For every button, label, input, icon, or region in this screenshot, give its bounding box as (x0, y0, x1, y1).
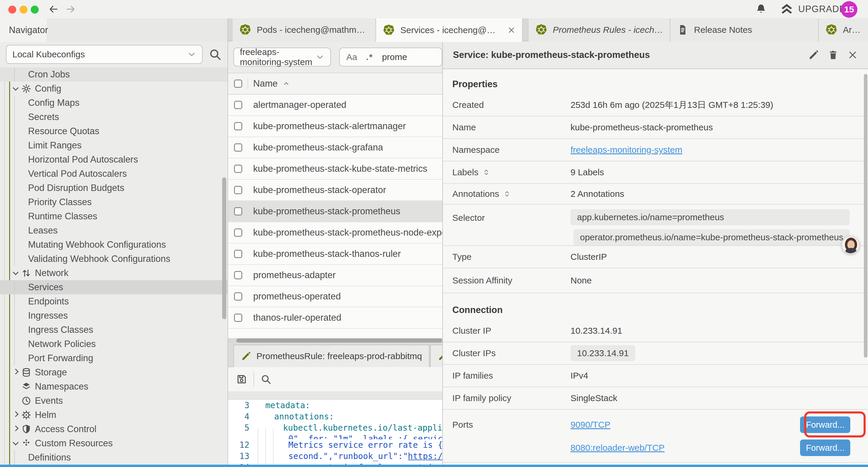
horizontal-scrollbar-thumb[interactable] (236, 339, 442, 343)
sidebar-tree-item[interactable]: Cron Jobs (0, 67, 227, 82)
back-arrow-icon[interactable] (48, 4, 59, 15)
sidebar-tree-item[interactable]: Priority Classes (0, 195, 227, 209)
search-icon[interactable] (260, 373, 272, 385)
tree-chevron-icon[interactable] (13, 439, 19, 445)
navigator-panel-tab[interactable]: Navigator (0, 18, 47, 42)
forward-arrow-icon[interactable] (65, 4, 76, 15)
table-row[interactable]: kube-prometheus-stack-prometheus-node-ex… (228, 222, 442, 243)
tree-chevron-icon[interactable] (13, 369, 19, 375)
sidebar-tree-item[interactable]: Ingress Classes (0, 323, 227, 337)
notifications-bell-icon[interactable] (755, 3, 767, 15)
close-tab-icon[interactable] (507, 26, 516, 34)
minimize-window-button[interactable] (20, 6, 28, 13)
row-checkbox[interactable] (234, 165, 242, 173)
match-case-toggle[interactable]: Aa (346, 52, 357, 62)
sidebar-tree-item[interactable]: Storage (0, 365, 227, 380)
namespace-link[interactable]: freeleaps-monitoring-system (570, 145, 682, 155)
editor-tab-prometheusrule[interactable]: PrometheusRule: freeleaps-prod-rabbitmq (234, 345, 430, 367)
sidebar-tree-item[interactable]: Pod Disruption Budgets (0, 181, 227, 195)
runbook-url-link[interactable]: https://net (408, 451, 442, 461)
yaml-editor[interactable]: 3metadata: 4annotations: 5kubectl.kubern… (228, 400, 442, 465)
row-checkbox[interactable] (234, 250, 242, 258)
sidebar-tree-item[interactable]: Resource Quotas (0, 124, 227, 138)
sidebar-tree-item[interactable]: Custom Resources (0, 436, 227, 450)
row-checkbox[interactable] (234, 186, 242, 194)
edit-icon[interactable] (808, 50, 819, 60)
sidebar-tree-item[interactable]: Port Forwarding (0, 351, 227, 365)
sidebar-tree-item[interactable]: Ingresses (0, 309, 227, 323)
sidebar-tree-item[interactable]: Leases (0, 224, 227, 238)
sidebar-tree-item[interactable]: Access Control (0, 422, 227, 436)
tab-release-notes[interactable]: Release Notes (670, 18, 818, 41)
assistant-avatar[interactable] (841, 236, 860, 254)
regex-toggle[interactable]: .* (366, 52, 373, 62)
expand-collapse-icon[interactable] (503, 190, 511, 198)
sidebar-tree-item[interactable]: Horizontal Pod Autoscalers (0, 152, 227, 167)
row-checkbox[interactable] (234, 314, 242, 322)
sidebar-tree-item[interactable]: Events (0, 394, 227, 408)
table-row[interactable]: kube-prometheus-stack-operator (228, 180, 442, 201)
delete-icon[interactable] (828, 50, 838, 60)
sidebar-tree-item[interactable]: Vertical Pod Autoscalers (0, 167, 227, 181)
tab-services[interactable]: Services - icecheng@math... (376, 18, 522, 42)
sidebar-tree-item[interactable]: Endpoints (0, 294, 227, 309)
horizontal-scrollbar[interactable] (228, 338, 442, 343)
save-icon[interactable] (236, 373, 248, 385)
table-row[interactable]: kube-prometheus-stack-prometheus (228, 201, 442, 222)
column-header-name[interactable]: Name (253, 78, 278, 89)
row-checkbox[interactable] (234, 143, 242, 152)
zoom-window-button[interactable] (31, 6, 39, 13)
row-checkbox[interactable] (234, 207, 242, 215)
port-link-8080[interactable]: 8080:reloader-web/TCP (570, 443, 665, 453)
row-checkbox[interactable] (234, 292, 242, 300)
sidebar-tree-item[interactable]: Mutating Webhook Configurations (0, 238, 227, 252)
row-checkbox[interactable] (234, 229, 242, 237)
tree-chevron-icon[interactable] (13, 269, 19, 275)
drawer-scrollbar-thumb[interactable] (864, 74, 867, 358)
editor-tab-partial[interactable] (430, 345, 442, 367)
table-row[interactable]: kube-prometheus-stack-thanos-ruler (228, 243, 442, 265)
sidebar-tree-item[interactable]: Runtime Classes (0, 209, 227, 224)
port-link-9090[interactable]: 9090/TCP (570, 420, 610, 430)
table-row[interactable]: kube-prometheus-stack-grafana (228, 137, 442, 158)
table-row[interactable]: thanos-ruler-operated (228, 308, 442, 329)
expand-collapse-icon[interactable] (483, 169, 490, 176)
filter-search-input[interactable]: Aa .* prome (339, 48, 442, 66)
row-checkbox[interactable] (234, 271, 242, 279)
sidebar-tree-item[interactable]: Secrets (0, 110, 227, 124)
sidebar-tree-item[interactable]: Config (0, 82, 227, 96)
namespace-selector[interactable]: freeleaps-monitoring-system (234, 48, 331, 66)
tree-chevron-icon[interactable] (13, 425, 19, 431)
kubeconfig-selector[interactable]: Local Kubeconfigs (6, 45, 203, 64)
table-row[interactable]: kube-prometheus-stack-kube-state-metrics (228, 158, 442, 180)
table-row[interactable]: prometheus-operated (228, 286, 442, 308)
upgrade-button[interactable]: UPGRADE (780, 2, 845, 16)
sidebar-tree-item[interactable]: Validating Webhook Configurations (0, 252, 227, 266)
tab-argo[interactable]: Argo Se (818, 18, 868, 41)
tab-prometheus-rules[interactable]: Prometheus Rules - icecheng... (528, 18, 670, 41)
forward-button[interactable]: Forward... (800, 439, 850, 456)
sidebar-tree-item[interactable]: Network Policies (0, 337, 227, 351)
sidebar-tree-item[interactable]: Limit Ranges (0, 138, 227, 152)
table-row[interactable]: alertmanager-operated (228, 95, 442, 116)
tab-pods[interactable]: Pods - icecheng@mathmas... (232, 18, 376, 41)
row-checkbox[interactable] (234, 101, 242, 109)
row-checkbox[interactable] (234, 122, 242, 130)
table-row[interactable]: prometheus-adapter (228, 265, 442, 286)
sidebar-tree-item[interactable]: Network (0, 266, 227, 280)
table-row[interactable]: kube-prometheus-stack-alertmanager (228, 116, 442, 137)
select-all-checkbox[interactable] (234, 80, 242, 88)
sidebar-tree-item[interactable]: Services (0, 280, 227, 294)
sidebar-tree-item[interactable]: Config Maps (0, 96, 227, 110)
sidebar-tree-item[interactable]: Definitions (0, 450, 227, 465)
sort-ascending-icon[interactable] (282, 80, 290, 87)
search-icon[interactable] (208, 47, 222, 61)
tree-chevron-icon[interactable] (13, 411, 19, 417)
sidebar-tree-item[interactable]: Helm (0, 408, 227, 422)
sidebar-tree-item[interactable]: Namespaces (0, 380, 227, 394)
close-window-button[interactable] (8, 6, 16, 13)
sidebar-scrollbar-thumb[interactable] (222, 177, 226, 319)
notification-count-badge[interactable]: 15 (841, 1, 857, 18)
tree-chevron-icon[interactable] (13, 85, 19, 91)
close-icon[interactable] (847, 50, 858, 60)
